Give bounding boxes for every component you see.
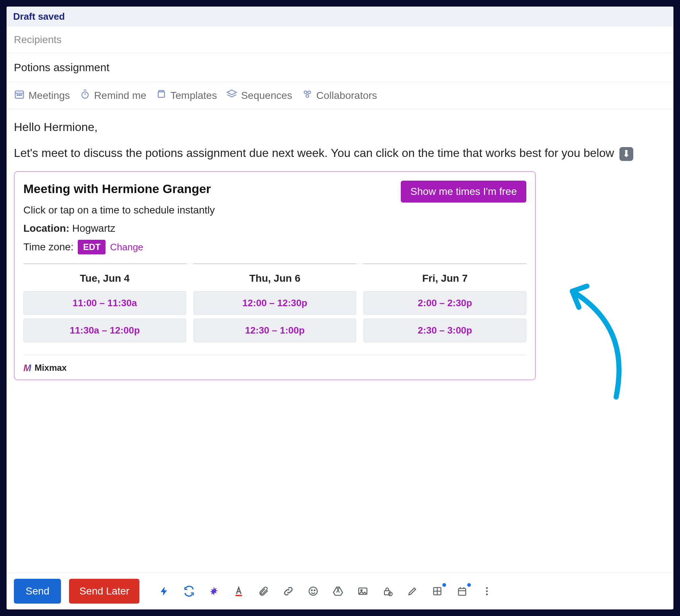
svg-point-15 (311, 590, 312, 591)
meeting-subtitle: Click or tap on a time to schedule insta… (23, 203, 526, 217)
toolbar-meetings[interactable]: Meetings (14, 89, 70, 102)
svg-point-16 (314, 590, 315, 591)
svg-point-12 (306, 95, 309, 97)
emoji-icon[interactable] (307, 585, 319, 597)
svg-marker-9 (227, 90, 237, 95)
calendar-icon (14, 89, 25, 102)
toolbar-collaborators-label: Collaborators (316, 90, 377, 101)
drive-icon[interactable] (332, 585, 344, 597)
lightning-icon[interactable] (158, 585, 170, 597)
svg-rect-8 (158, 92, 165, 97)
time-slot-button[interactable]: 12:00 – 12:30p (193, 291, 356, 315)
time-slot-button[interactable]: 12:30 – 1:00p (193, 319, 356, 342)
meeting-widget: Meeting with Hermione Granger Show me ti… (14, 171, 536, 380)
svg-point-10 (304, 91, 307, 94)
email-body[interactable]: Hello Hermione, Let's meet to discuss th… (7, 109, 673, 573)
slot-column: Tue, Jun 4 11:00 – 11:30a 11:30a – 12:00… (23, 263, 186, 346)
mixmax-brand-label: Mixmax (35, 362, 67, 374)
subject-field[interactable]: Potions assignment (7, 53, 673, 82)
greeting-text: Hello Hermione, (14, 119, 666, 135)
slot-column-header: Fri, Jun 7 (364, 263, 526, 291)
slot-column: Fri, Jun 7 2:00 – 2:30p 2:30 – 3:00p (364, 263, 526, 346)
slot-column-header: Tue, Jun 4 (23, 263, 186, 291)
toolbar-collaborators[interactable]: Collaborators (302, 89, 377, 102)
time-slot-button[interactable]: 2:30 – 3:00p (364, 319, 526, 342)
send-button[interactable]: Send (14, 579, 61, 604)
svg-point-33 (486, 590, 488, 592)
timezone-change-link[interactable]: Change (110, 241, 143, 254)
lock-timer-icon[interactable] (382, 585, 393, 597)
templates-icon (156, 89, 167, 102)
toolbar-remind-label: Remind me (94, 90, 146, 101)
svg-point-21 (361, 590, 362, 591)
time-slots-grid: Tue, Jun 4 11:00 – 11:30a 11:30a – 12:00… (23, 263, 526, 346)
svg-marker-17 (334, 587, 343, 596)
compose-footer: Send Send Later (7, 573, 673, 609)
mixmax-toolbar: Meetings Remind me Templates Sequences C… (7, 82, 673, 109)
time-slot-button[interactable]: 11:00 – 11:30a (23, 291, 186, 315)
timezone-row: Time zone: EDT Change (23, 240, 526, 254)
svg-point-32 (486, 587, 488, 589)
calendar-check-icon[interactable] (456, 585, 468, 597)
body-paragraph: Let's meet to discuss the potions assign… (14, 145, 666, 161)
layers-icon (226, 89, 237, 102)
send-later-button[interactable]: Send Later (69, 579, 139, 604)
svg-point-4 (21, 95, 22, 96)
svg-point-11 (308, 91, 311, 94)
timezone-label: Time zone: (23, 240, 73, 254)
mixmax-logo-icon: M (23, 362, 31, 374)
spark-icon[interactable] (208, 585, 220, 597)
image-icon[interactable] (357, 585, 369, 597)
footer-icon-row (158, 585, 493, 597)
grid-icon[interactable] (431, 585, 443, 597)
svg-point-34 (486, 593, 488, 595)
down-arrow-icon: ⬇ (619, 147, 633, 161)
svg-point-14 (309, 587, 318, 596)
show-times-button[interactable]: Show me times I'm free (401, 181, 526, 203)
slot-column: Thu, Jun 6 12:00 – 12:30p 12:30 – 1:00p (193, 263, 356, 346)
toolbar-templates[interactable]: Templates (156, 89, 217, 102)
toolbar-sequences[interactable]: Sequences (226, 89, 292, 102)
text-color-icon[interactable] (233, 585, 245, 597)
compose-window: Draft saved Recipients Potions assignmen… (7, 7, 673, 609)
more-options-icon[interactable] (481, 585, 493, 597)
svg-point-2 (17, 95, 18, 96)
attachment-icon[interactable] (258, 585, 269, 597)
sync-icon[interactable] (183, 585, 195, 597)
time-slot-button[interactable]: 11:30a – 12:00p (23, 319, 186, 342)
timezone-badge: EDT (78, 240, 105, 254)
people-icon (302, 89, 313, 102)
meeting-title: Meeting with Hermione Granger (23, 181, 211, 197)
svg-rect-28 (458, 589, 466, 596)
recipients-field[interactable]: Recipients (7, 27, 673, 53)
toolbar-templates-label: Templates (170, 90, 217, 101)
stopwatch-icon (80, 89, 91, 102)
svg-rect-13 (236, 595, 242, 596)
slot-column-header: Thu, Jun 6 (193, 263, 356, 291)
mixmax-branding[interactable]: M Mixmax (23, 355, 526, 374)
pen-icon[interactable] (407, 585, 418, 597)
toolbar-sequences-label: Sequences (241, 90, 292, 101)
draft-status: Draft saved (7, 7, 673, 27)
meeting-location: Location: Hogwartz (23, 222, 526, 235)
toolbar-meetings-label: Meetings (28, 90, 70, 101)
svg-point-3 (19, 95, 20, 96)
toolbar-remind[interactable]: Remind me (80, 89, 146, 102)
link-icon[interactable] (283, 585, 294, 597)
time-slot-button[interactable]: 2:00 – 2:30p (364, 291, 526, 315)
